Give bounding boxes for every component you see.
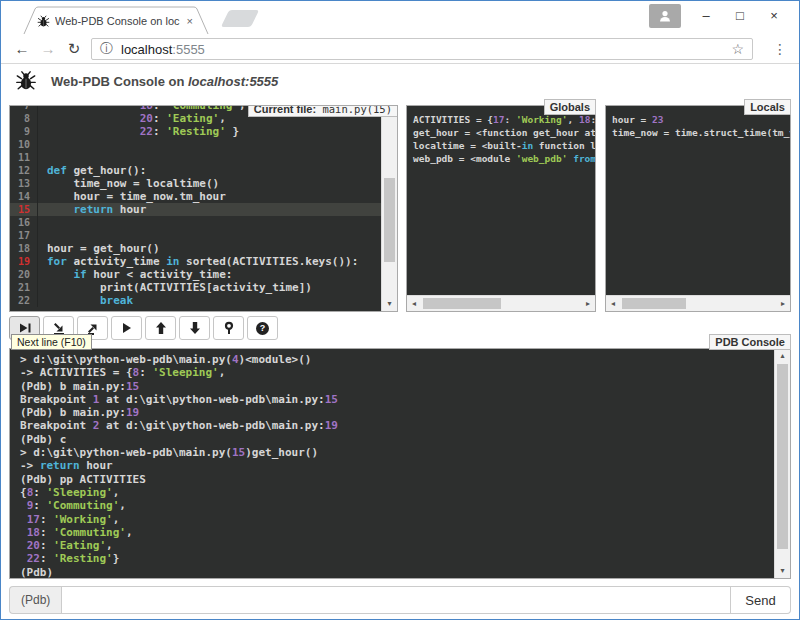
- console-line: -> return hour: [20, 459, 773, 472]
- scrollbar-thumb[interactable]: [423, 298, 501, 309]
- syntax-segment: 23: [652, 114, 663, 125]
- tab-close-icon[interactable]: ×: [185, 15, 195, 27]
- syntax-segment: [20, 513, 27, 526]
- syntax-segment: 'Sleeping': [47, 486, 113, 499]
- code-text: [38, 229, 47, 242]
- line-number: 20: [10, 268, 38, 281]
- code-text: [38, 151, 47, 164]
- syntax-segment: [47, 294, 100, 307]
- console-output: > d:\git\python-web-pdb\main.py(4)<modul…: [10, 353, 773, 578]
- console-line: (Pdb): [20, 566, 773, 578]
- next-line-tooltip: Next line (F10): [11, 334, 92, 350]
- locals-scrollbar-horizontal[interactable]: ◂ ▸: [606, 295, 790, 311]
- scroll-up-button[interactable]: ▴: [775, 349, 790, 363]
- syntax-segment: > d:\git\python-web-pdb\main.py(: [20, 446, 232, 459]
- code-line: 12def get_hour():: [10, 164, 381, 177]
- continue-button[interactable]: [111, 316, 142, 340]
- code-text: [38, 216, 47, 229]
- syntax-segment: get_hour():: [67, 164, 146, 177]
- url-bar[interactable]: ⓘ localhost:5555 ☆: [91, 38, 753, 60]
- syntax-segment: :: [153, 105, 166, 112]
- syntax-segment: hour = time_now.tm_hour: [47, 190, 226, 203]
- console-line: -> ACTIVITIES = {8: 'Sleeping',: [20, 366, 773, 379]
- info-icon[interactable]: ⓘ: [100, 40, 113, 58]
- locals-area: hour = 23time_now = time.struct_time(tm_…: [606, 106, 790, 295]
- help-button[interactable]: ?: [247, 316, 278, 340]
- code-line: 11: [10, 151, 381, 164]
- syntax-segment: 15: [325, 393, 338, 406]
- console-line: 9: 'Commuting',: [20, 499, 773, 512]
- console-line: 17: 'Working',: [20, 513, 773, 526]
- minimize-button[interactable]: –: [689, 1, 723, 31]
- line-number: 12: [10, 164, 38, 177]
- profile-button[interactable]: [649, 4, 681, 28]
- maximize-button[interactable]: □: [723, 1, 757, 31]
- scrollbar-thumb[interactable]: [622, 298, 686, 309]
- syntax-segment: :: [505, 114, 516, 125]
- syntax-segment: )get_hour(): [245, 446, 318, 459]
- scroll-right-button[interactable]: ▸: [776, 296, 790, 311]
- console-line: 18: 'Commuting',: [20, 526, 773, 539]
- scrollbar-thumb[interactable]: [384, 178, 395, 262]
- syntax-segment: ,: [239, 105, 246, 112]
- line-number: 7: [10, 105, 38, 112]
- command-input[interactable]: [61, 586, 731, 614]
- syntax-segment: :: [139, 366, 152, 379]
- code-line: 18hour = get_hour(): [10, 242, 381, 255]
- syntax-segment: 15: [126, 380, 139, 393]
- syntax-segment: ,: [113, 486, 120, 499]
- syntax-segment: return: [74, 203, 114, 216]
- syntax-segment: return: [40, 459, 80, 472]
- close-button[interactable]: ×: [757, 1, 791, 31]
- scroll-left-button[interactable]: ◂: [407, 296, 421, 311]
- scroll-down-button[interactable]: ▾: [775, 564, 790, 578]
- syntax-segment: (Pdb): [20, 566, 53, 578]
- code-text: [38, 138, 47, 151]
- syntax-segment: 'Commuting': [47, 499, 120, 512]
- page-title: Web-PDB Console on localhost:5555: [51, 74, 278, 89]
- scrollbar-thumb[interactable]: [777, 364, 788, 549]
- syntax-segment: [20, 552, 27, 565]
- down-button[interactable]: [179, 316, 210, 340]
- syntax-segment: [20, 499, 27, 512]
- line-number: 21: [10, 281, 38, 294]
- code-scrollbar-vertical[interactable]: ▾: [381, 106, 397, 311]
- nav-toolbar: ← → ↻ ⓘ localhost:5555 ☆ ⋮: [1, 34, 799, 64]
- scroll-left-button[interactable]: ◂: [606, 296, 620, 311]
- forward-button[interactable]: →: [37, 38, 59, 60]
- where-button[interactable]: [213, 316, 244, 340]
- up-button[interactable]: [145, 316, 176, 340]
- browser-tab[interactable]: Web-PDB Console on loc ×: [23, 6, 209, 34]
- syntax-segment: 'Working': [516, 114, 567, 125]
- syntax-segment: (Pdb) b main.py:: [20, 406, 126, 419]
- line-number: 15: [10, 203, 38, 216]
- console-scrollbar-vertical[interactable]: ▴ ▾: [774, 349, 790, 578]
- reload-button[interactable]: ↻: [63, 38, 85, 60]
- globals-panel: Globals ACTIVITIES = {17: 'Working', 18:…: [406, 105, 596, 312]
- bookmark-star-icon[interactable]: ☆: [731, 41, 744, 57]
- syntax-segment: 15: [232, 446, 245, 459]
- tab-title: Web-PDB Console on loc: [55, 15, 180, 27]
- syntax-segment: 'Resting': [53, 552, 113, 565]
- syntax-segment: :: [590, 114, 595, 125]
- globals-scrollbar-horizontal[interactable]: ◂ ▸: [407, 295, 595, 311]
- tab-favicon-bug-icon: [37, 15, 50, 28]
- syntax-segment: 17: [493, 114, 504, 125]
- line-number: 18: [10, 242, 38, 255]
- scroll-right-button[interactable]: ▸: [581, 296, 595, 311]
- send-button[interactable]: Send: [731, 586, 791, 614]
- syntax-segment: in: [522, 140, 533, 151]
- console-line: 20: 'Eating',: [20, 539, 773, 552]
- bug-icon: [15, 70, 37, 92]
- browser-menu-button[interactable]: ⋮: [769, 38, 791, 60]
- syntax-segment: 20: [27, 539, 40, 552]
- syntax-segment: [47, 203, 74, 216]
- location-pin-icon: [222, 321, 236, 335]
- new-tab-button[interactable]: [221, 10, 259, 27]
- syntax-segment: print(ACTIVITIES[activity_time]): [47, 281, 312, 294]
- console-line: Breakpoint 1 at d:\git\python-web-pdb\ma…: [20, 393, 773, 406]
- line-number: 17: [10, 229, 38, 242]
- scroll-down-button[interactable]: ▾: [382, 297, 397, 311]
- back-button[interactable]: ←: [11, 38, 33, 60]
- code-line: 20 if hour < activity_time:: [10, 268, 381, 281]
